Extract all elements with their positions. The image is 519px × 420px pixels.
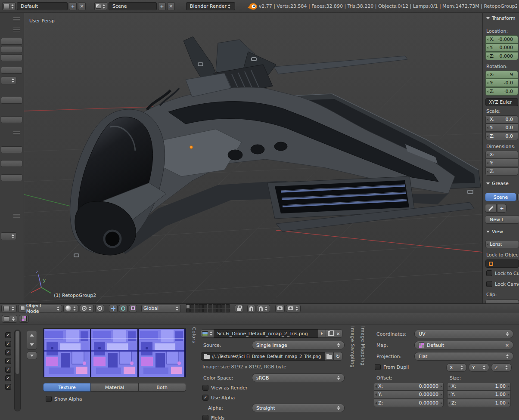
scale-z-field[interactable]: Z: 0.0 bbox=[485, 132, 518, 140]
from-dupli-checkbox[interactable] bbox=[375, 364, 381, 370]
layer-toggle[interactable] bbox=[226, 304, 230, 308]
slot-specials-menu[interactable] bbox=[27, 352, 37, 359]
new-layer-button[interactable]: New L bbox=[485, 215, 519, 224]
clear-map-icon[interactable]: × bbox=[505, 343, 509, 348]
decrement-arrow-icon[interactable] bbox=[375, 393, 377, 396]
rotation-x-field[interactable]: X: 9 bbox=[485, 71, 518, 79]
panel-grip-handle[interactable] bbox=[13, 28, 20, 31]
texture-slot-checkbox[interactable]: ✓ bbox=[5, 358, 11, 364]
layer-toggle[interactable] bbox=[208, 309, 212, 312]
image-mapping-panel-tab[interactable]: Image Mapping bbox=[360, 326, 366, 366]
toolshelf-button[interactable] bbox=[1, 54, 22, 61]
uv-map-selector[interactable]: Default × bbox=[414, 341, 513, 349]
panel-grip-handle[interactable] bbox=[13, 17, 20, 21]
image-sampling-panel-tab[interactable]: Image Sampling bbox=[350, 326, 355, 368]
toolshelf-button[interactable] bbox=[1, 160, 22, 167]
texture-slot-checkbox[interactable]: ✓ bbox=[5, 341, 11, 347]
3d-viewport[interactable]: User Persp (1) RetopoGroup2 z y bbox=[24, 13, 482, 303]
decrement-arrow-icon[interactable] bbox=[487, 127, 488, 129]
axis-y-menu[interactable]: Y bbox=[469, 363, 489, 372]
decrement-arrow-icon[interactable] bbox=[487, 46, 488, 49]
fields-checkbox[interactable] bbox=[202, 415, 208, 420]
layer-toggle[interactable] bbox=[226, 309, 230, 312]
filepath-field[interactable]: //..\Textures\Sci-Fi_Drone_Default_nmap_… bbox=[201, 352, 325, 361]
add-scene-button[interactable]: + bbox=[158, 2, 166, 10]
unlink-image-button[interactable]: × bbox=[334, 329, 342, 338]
offset-z-field[interactable]: Z: 0.00000 bbox=[374, 399, 444, 407]
decrement-arrow-icon[interactable] bbox=[487, 38, 488, 41]
grease-pencil-panel-header[interactable]: Grease bbox=[486, 181, 509, 186]
panel-grip-handle[interactable] bbox=[13, 214, 20, 218]
increment-arrow-icon[interactable] bbox=[441, 385, 442, 388]
scene-lock-toggle[interactable] bbox=[235, 305, 243, 312]
offset-x-field[interactable]: X: 0.00000 bbox=[374, 382, 444, 390]
toolshelf-button[interactable] bbox=[1, 67, 22, 74]
layer-toggle[interactable] bbox=[195, 304, 199, 308]
rotation-order-menu[interactable]: XYZ Euler bbox=[485, 98, 518, 106]
location-x-field[interactable]: X: -0.000 bbox=[485, 35, 518, 43]
draw-pencil-button[interactable] bbox=[485, 204, 497, 213]
layer-toggle[interactable] bbox=[217, 309, 221, 312]
location-z-field[interactable]: Z: 0.000 bbox=[485, 52, 518, 60]
pivot-point-menu[interactable] bbox=[80, 305, 94, 312]
scale-x-field[interactable]: X: 0.0 bbox=[485, 115, 518, 124]
scrollbar-thumb[interactable] bbox=[15, 330, 20, 374]
snap-toggle[interactable] bbox=[247, 305, 255, 312]
decrement-arrow-icon[interactable] bbox=[487, 55, 488, 58]
use-alpha-checkbox[interactable]: ✓ bbox=[202, 395, 208, 401]
toolshelf-button[interactable] bbox=[1, 146, 22, 153]
preview-tab-texture[interactable]: Texture bbox=[43, 383, 91, 392]
layers-widget-group2[interactable] bbox=[208, 304, 230, 312]
size-x-field[interactable]: X: 1.00 bbox=[447, 382, 511, 390]
increment-arrow-icon[interactable] bbox=[508, 402, 510, 405]
layer-toggle[interactable] bbox=[195, 309, 199, 312]
decrement-arrow-icon[interactable] bbox=[487, 162, 488, 164]
screen-layout-selector[interactable]: Default bbox=[17, 2, 68, 10]
layer-toggle[interactable] bbox=[221, 304, 225, 308]
decrement-arrow-icon[interactable] bbox=[448, 402, 450, 405]
layer-toggle[interactable] bbox=[199, 304, 203, 308]
layer-toggle[interactable] bbox=[213, 304, 217, 308]
texture-slot-checkbox[interactable]: ✓ bbox=[5, 349, 11, 355]
pivot-align-toggle[interactable] bbox=[95, 305, 104, 312]
texture-context-tab[interactable] bbox=[19, 315, 29, 323]
layer-toggle[interactable] bbox=[199, 309, 203, 312]
decrement-arrow-icon[interactable] bbox=[487, 135, 488, 138]
rotation-y-field[interactable]: Y: -0.0 bbox=[485, 79, 518, 87]
coordinates-menu[interactable]: UV bbox=[414, 330, 513, 338]
texture-slot-checkbox[interactable]: ✓ bbox=[5, 384, 11, 390]
layer-toggle[interactable] bbox=[186, 304, 190, 308]
lock-to-cursor-checkbox[interactable] bbox=[486, 270, 492, 276]
increment-arrow-icon[interactable] bbox=[441, 402, 442, 405]
move-slot-up-icon[interactable] bbox=[30, 334, 34, 337]
editor-type-selector[interactable] bbox=[2, 2, 16, 10]
offset-y-field[interactable]: Y: 0.00000 bbox=[374, 390, 444, 398]
toolshelf-button[interactable] bbox=[1, 38, 22, 45]
size-z-field[interactable]: Z: 1.00 bbox=[447, 399, 511, 407]
layer-toggle[interactable] bbox=[203, 304, 207, 308]
browse-image-button[interactable] bbox=[201, 329, 214, 338]
mode-menu[interactable]: Object Mode bbox=[18, 305, 62, 312]
layer-toggle[interactable] bbox=[190, 304, 194, 308]
layers-widget-group1[interactable] bbox=[186, 304, 207, 312]
panel-grip-handle[interactable] bbox=[13, 131, 20, 135]
dimensions-x-field[interactable]: X: bbox=[485, 151, 518, 159]
render-engine-menu[interactable]: Blender Render bbox=[186, 2, 235, 10]
source-menu[interactable]: Single Image bbox=[252, 341, 345, 349]
texture-slot-checkbox[interactable]: ✓ bbox=[5, 375, 11, 381]
manipulator-scale-toggle[interactable] bbox=[129, 305, 137, 312]
layer-toggle[interactable] bbox=[203, 309, 207, 312]
dimensions-y-field[interactable]: Y: bbox=[485, 159, 518, 167]
layer-toggle[interactable] bbox=[213, 309, 217, 312]
decrement-arrow-icon[interactable] bbox=[448, 385, 450, 388]
manipulator-translate-toggle[interactable] bbox=[109, 305, 118, 312]
decrement-arrow-icon[interactable] bbox=[375, 385, 377, 388]
increment-arrow-icon[interactable] bbox=[441, 393, 442, 396]
open-file-button[interactable] bbox=[325, 352, 334, 361]
snap-element-menu[interactable] bbox=[257, 305, 270, 312]
preview-tab-both[interactable]: Both bbox=[138, 383, 186, 392]
texture-slot-checkbox[interactable]: ✓ bbox=[5, 367, 11, 373]
toolshelf-button[interactable] bbox=[1, 97, 22, 104]
projection-menu[interactable]: Flat bbox=[414, 352, 513, 361]
decrement-arrow-icon[interactable] bbox=[375, 402, 377, 405]
